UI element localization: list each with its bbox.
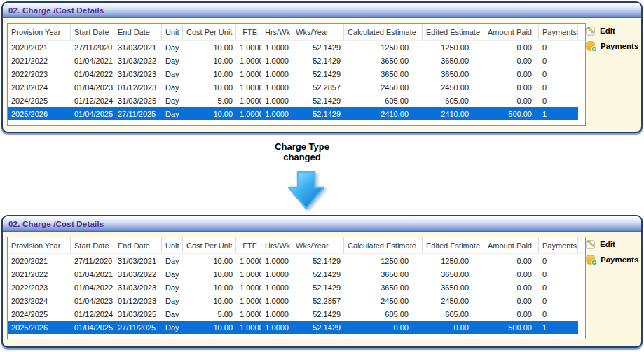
- table-cell: 52.2857: [292, 297, 344, 305]
- payments-button-label: Payments: [601, 42, 638, 50]
- column-header[interactable]: Amount Paid: [484, 237, 539, 253]
- table-cell: 1.0000: [261, 97, 292, 105]
- table-cell: 0: [539, 283, 578, 292]
- column-header[interactable]: Provision Year: [8, 237, 71, 253]
- edit-icon: [586, 239, 596, 250]
- edit-button[interactable]: Edit: [586, 237, 638, 252]
- table-cell: 0: [539, 83, 578, 92]
- table-cell: 0.00: [484, 297, 539, 305]
- table-row[interactable]: 2022/202301/04/202231/03/2023Day10.001.0…: [8, 281, 578, 294]
- table-cell: 605.00: [423, 310, 484, 318]
- table-cell: 0.00: [484, 57, 539, 65]
- table-cell: 52.1429: [292, 283, 344, 292]
- column-header[interactable]: Provision Year: [8, 24, 71, 40]
- payments-coins-icon: [586, 254, 597, 265]
- table-cell: 0: [539, 43, 578, 52]
- column-header[interactable]: FTE: [236, 24, 261, 40]
- table-cell: 2450.00: [423, 297, 484, 305]
- table-cell: 0.00: [484, 97, 539, 105]
- table-cell: 31/03/2023: [114, 70, 162, 78]
- table-cell: 2410.00: [423, 110, 484, 118]
- table-cell: Day: [162, 297, 183, 305]
- table-cell: 1.0000: [236, 110, 261, 118]
- column-header[interactable]: Edited Estimate: [423, 237, 484, 253]
- table-cell: 2025/2026: [8, 110, 71, 118]
- table-cell: Day: [162, 323, 183, 332]
- table-row[interactable]: 2022/202301/04/202231/03/2023Day10.001.0…: [8, 67, 578, 80]
- column-header[interactable]: Start Date: [71, 237, 114, 253]
- payments-coins-icon: [586, 41, 597, 52]
- table-cell: 0.00: [344, 323, 423, 332]
- column-header[interactable]: Payments: [539, 237, 578, 253]
- table-cell: 0.00: [484, 310, 539, 318]
- charge-cost-details-panel-before: 02. Charge /Cost Details Provision YearS…: [1, 1, 643, 133]
- table-cell: 2024/2025: [8, 310, 71, 318]
- table-cell: 10.00: [183, 83, 236, 92]
- table-row[interactable]: 2024/202501/12/202431/03/2025Day5.001.00…: [8, 94, 578, 107]
- table-header-row: Provision YearStart DateEnd DateUnitCost…: [8, 237, 585, 254]
- column-header[interactable]: Wks/Year: [292, 24, 344, 40]
- table-cell: 3650.00: [423, 270, 484, 279]
- column-header[interactable]: Calculated Estimate: [344, 237, 423, 253]
- column-header[interactable]: FTE: [236, 237, 261, 253]
- column-header[interactable]: Payments: [539, 24, 578, 40]
- table-cell: 2020/2021: [8, 43, 71, 52]
- table-cell: 3650.00: [423, 70, 484, 78]
- table-cell: 52.1429: [292, 43, 344, 52]
- table-cell: 01/04/2022: [71, 283, 114, 292]
- table-cell: 0.00: [484, 270, 539, 279]
- action-buttons: Edit Payments: [586, 237, 638, 267]
- table-cell: Day: [162, 310, 183, 318]
- table-cell: 10.00: [183, 257, 236, 265]
- table-cell: 1250.00: [423, 43, 484, 52]
- table-row[interactable]: 2020/202127/11/202031/03/2021Day10.001.0…: [8, 41, 578, 54]
- payments-button[interactable]: Payments: [586, 38, 638, 54]
- table-cell: 10.00: [183, 57, 236, 65]
- table-row[interactable]: 2024/202501/12/202431/03/2025Day5.001.00…: [8, 307, 578, 321]
- table-row[interactable]: 2021/202201/04/202131/03/2022Day10.001.0…: [8, 267, 578, 281]
- column-header[interactable]: Start Date: [71, 24, 114, 40]
- table-cell: 605.00: [423, 97, 484, 105]
- table-row-selected[interactable]: 2025/202601/04/202527/11/2025Day10.001.0…: [8, 107, 578, 120]
- table-cell: 2021/2022: [8, 57, 71, 65]
- column-header[interactable]: Edited Estimate: [423, 24, 484, 40]
- table-cell: 31/03/2021: [114, 257, 162, 265]
- column-header[interactable]: Amount Paid: [484, 24, 539, 40]
- table-cell: 500.00: [484, 323, 539, 332]
- column-header[interactable]: End Date: [114, 24, 162, 40]
- column-header[interactable]: Hrs/Wk: [261, 24, 292, 40]
- table-cell: 0.00: [484, 43, 539, 52]
- panel-body: Provision YearStart DateEnd DateUnitCost…: [3, 18, 641, 132]
- table-row[interactable]: 2023/202401/04/202301/12/2023Day10.001.0…: [8, 80, 578, 94]
- table-row[interactable]: 2021/202201/04/202131/03/2022Day10.001.0…: [8, 54, 578, 67]
- table-row[interactable]: 2023/202401/04/202301/12/2023Day10.001.0…: [8, 294, 578, 307]
- payments-button[interactable]: Payments: [586, 252, 638, 267]
- table-cell: 2023/2024: [8, 297, 71, 305]
- table-cell: 1.0000: [261, 110, 292, 118]
- table-cell: 0: [539, 97, 578, 105]
- column-header[interactable]: Unit: [162, 237, 183, 253]
- table-row-selected[interactable]: 2025/202601/04/202527/11/2025Day10.001.0…: [8, 321, 578, 334]
- table-cell: 1.0000: [236, 83, 261, 92]
- table-cell: 500.00: [484, 110, 539, 118]
- table-cell: 31/03/2022: [114, 270, 162, 279]
- column-header[interactable]: Wks/Year: [292, 237, 344, 253]
- column-header[interactable]: Hrs/Wk: [261, 237, 292, 253]
- column-header[interactable]: Calculated Estimate: [344, 24, 423, 40]
- table-cell: 01/12/2024: [71, 310, 114, 318]
- edit-button[interactable]: Edit: [586, 23, 638, 38]
- table-cell: 3650.00: [423, 283, 484, 292]
- column-header[interactable]: End Date: [114, 237, 162, 253]
- table-cell: 1250.00: [423, 257, 484, 265]
- column-header[interactable]: Cost Per Unit: [183, 24, 236, 40]
- table-cell: 0.00: [484, 70, 539, 78]
- table-cell: 01/12/2023: [114, 83, 162, 92]
- table-header-row: Provision YearStart DateEnd DateUnitCost…: [8, 24, 585, 41]
- table-row[interactable]: 2020/202127/11/202031/03/2021Day10.001.0…: [8, 254, 578, 267]
- column-header[interactable]: Unit: [162, 24, 183, 40]
- column-header[interactable]: Cost Per Unit: [183, 237, 236, 253]
- table-cell: 1.0000: [236, 310, 261, 318]
- edit-button-label: Edit: [600, 240, 615, 248]
- table-cell: 52.1429: [292, 57, 344, 65]
- table-cell: 01/12/2023: [114, 297, 162, 305]
